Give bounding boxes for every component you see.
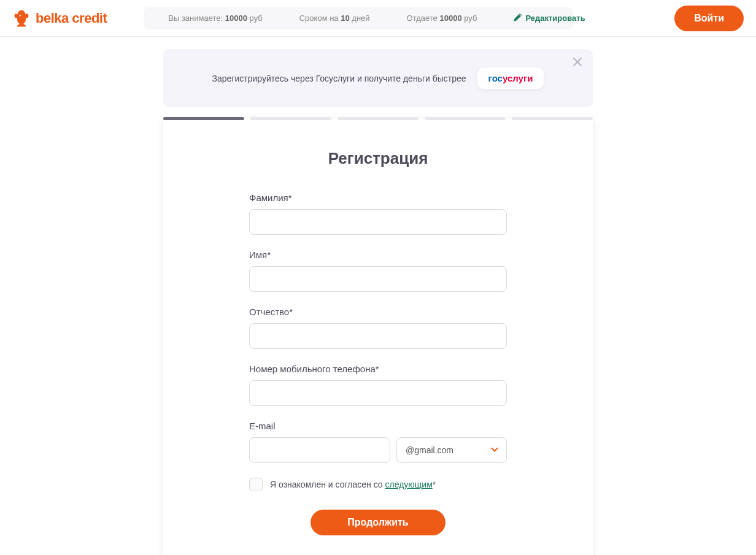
- email-domain-select[interactable]: @gmail.com: [396, 437, 507, 463]
- registration-form: Фамилия* Имя* Отчество* Номер мобильного…: [249, 193, 507, 555]
- firstname-field-wrapper: Имя*: [249, 250, 507, 292]
- banner-text: Зарегистрируйтесь через Госуслуги и полу…: [212, 74, 466, 83]
- email-label: E-mail: [249, 421, 507, 431]
- close-icon[interactable]: [572, 56, 583, 69]
- consent-link[interactable]: следующим: [385, 480, 432, 489]
- lastname-input[interactable]: [249, 209, 507, 235]
- squirrel-icon: [12, 9, 31, 28]
- repay-info: Отдаете 10000 руб: [407, 13, 477, 23]
- lastname-field-wrapper: Фамилия*: [249, 193, 507, 235]
- step-1: [163, 117, 244, 120]
- step-4: [425, 117, 506, 120]
- phone-label: Номер мобильного телефона*: [249, 364, 507, 374]
- header: belka credit Вы занимаете: 10000 руб Сро…: [0, 0, 756, 37]
- edit-label: Редактировать: [525, 13, 585, 23]
- login-button[interactable]: Войти: [674, 6, 744, 31]
- consent-text: Я ознакомлен и согласен со следующим*: [270, 480, 436, 489]
- lastname-label: Фамилия*: [249, 193, 507, 203]
- step-3: [338, 117, 418, 120]
- term-info: Сроком на 10 дней: [299, 13, 370, 23]
- continue-button[interactable]: Продолжить: [310, 510, 445, 535]
- phone-field-wrapper: Номер мобильного телефона*: [249, 364, 507, 406]
- chevron-down-icon: [490, 445, 499, 456]
- logo[interactable]: belka credit: [12, 9, 107, 28]
- firstname-input[interactable]: [249, 266, 507, 292]
- email-field-wrapper: E-mail @gmail.com: [249, 421, 507, 463]
- borrow-amount-info: Вы занимаете: 10000 руб: [168, 13, 262, 23]
- pencil-icon: [514, 13, 522, 23]
- main-container: Зарегистрируйтесь через Госуслуги и полу…: [163, 49, 593, 555]
- email-input[interactable]: [249, 437, 390, 463]
- email-domain-value: @gmail.com: [406, 445, 453, 455]
- loan-info-bar: Вы занимаете: 10000 руб Сроком на 10 дне…: [144, 7, 573, 29]
- step-2: [250, 117, 331, 120]
- patronymic-input[interactable]: [249, 323, 507, 349]
- gosuslugi-button[interactable]: госуслуги: [477, 67, 544, 89]
- consent-row: Я ознакомлен и согласен со следующим*: [249, 478, 507, 491]
- logo-text: belka credit: [36, 10, 107, 26]
- step-5: [512, 117, 593, 120]
- progress-steps: [163, 117, 593, 120]
- page-title: Регистрация: [212, 149, 544, 168]
- firstname-label: Имя*: [249, 250, 507, 260]
- svg-point-0: [19, 15, 20, 16]
- registration-card: Регистрация Фамилия* Имя* Отчество* Номе…: [163, 118, 593, 555]
- edit-loan-button[interactable]: Редактировать: [514, 13, 585, 23]
- phone-input[interactable]: [249, 380, 507, 406]
- consent-checkbox[interactable]: [249, 478, 263, 491]
- gosuslugi-banner: Зарегистрируйтесь через Госуслуги и полу…: [163, 49, 593, 107]
- patronymic-label: Отчество*: [249, 307, 507, 317]
- patronymic-field-wrapper: Отчество*: [249, 307, 507, 349]
